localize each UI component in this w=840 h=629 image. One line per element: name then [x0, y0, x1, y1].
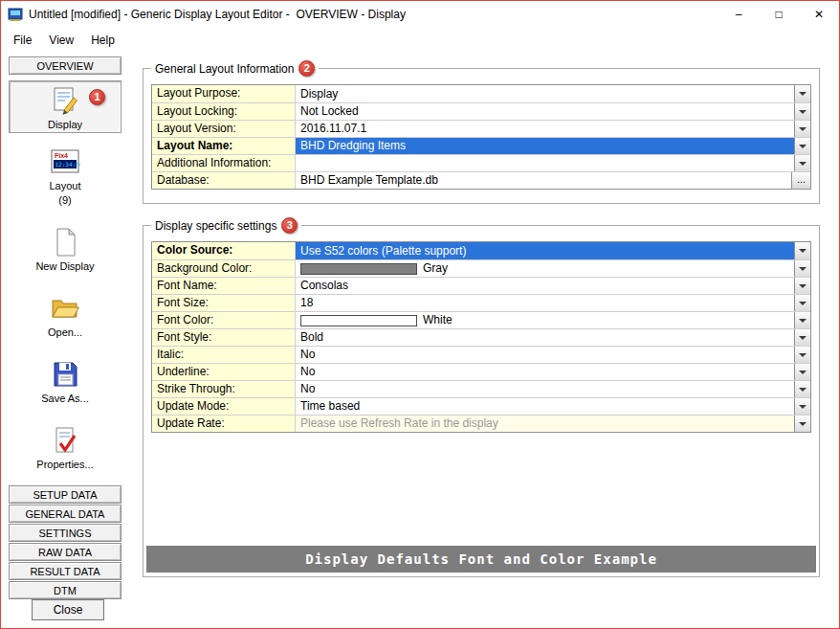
dropdown-button[interactable] — [794, 381, 810, 397]
close-button[interactable]: Close — [32, 599, 104, 620]
menu-view[interactable]: View — [40, 31, 82, 50]
form-row-layout-locking: Layout Locking: Not Locked — [152, 102, 810, 120]
main-panel: General Layout Information 2 Layout Purp… — [135, 53, 839, 628]
svg-text:Fix4: Fix4 — [55, 152, 68, 159]
tool-label: New Display — [35, 260, 94, 272]
dropdown-button[interactable] — [794, 103, 810, 120]
minimize-button[interactable]: – — [718, 1, 759, 28]
dropdown-button[interactable] — [794, 121, 810, 137]
app-icon — [8, 7, 23, 22]
field-label: Font Style: — [152, 329, 296, 346]
color-source-select[interactable]: Use S52 colors (Palette support) — [296, 242, 794, 259]
database-input[interactable]: BHD Example Template.db — [296, 172, 791, 189]
sidebar-section-raw-data[interactable]: RAW DATA — [9, 543, 122, 561]
properties-check-icon — [50, 425, 80, 456]
field-label: Font Name: — [152, 278, 296, 294]
svg-text:12:34:56: 12:34:56 — [55, 161, 81, 168]
form-row-update-rate: Update Rate: Please use Refresh Rate in … — [152, 415, 810, 432]
save-icon — [50, 359, 80, 390]
italic-select[interactable]: No — [296, 347, 794, 363]
dropdown-button[interactable] — [794, 260, 810, 277]
dropdown-button[interactable] — [794, 242, 810, 259]
strike-through-select[interactable]: No — [296, 381, 794, 397]
update-mode-select[interactable]: Time based — [296, 398, 794, 415]
sidebar-header-overview[interactable]: OVERVIEW — [9, 56, 122, 75]
background-color-swatch — [300, 263, 417, 275]
sidebar-sections: SETUP DATA GENERAL DATA SETTINGS RAW DAT… — [9, 485, 122, 599]
layout-name-input[interactable]: BHD Dredging Items — [296, 138, 794, 154]
form-row-color-source: Color Source: Use S52 colors (Palette su… — [152, 242, 810, 259]
tool-label: Properties... — [36, 459, 93, 470]
background-color-select[interactable]: Gray — [296, 260, 794, 277]
chevron-down-icon — [799, 267, 807, 271]
menu-file[interactable]: File — [5, 31, 40, 50]
sidebar-tool-layout[interactable]: Fix412:34:56 Layout (9) — [9, 143, 122, 208]
form-row-layout-purpose: Layout Purpose: Display — [152, 85, 810, 102]
display-settings-groupbox: Display specific settings 3 Color Source… — [143, 225, 820, 577]
form-row-update-mode: Update Mode: Time based — [152, 397, 810, 415]
app-window: Untitled [modified] - Generic Display La… — [0, 0, 840, 629]
sidebar-tool-properties[interactable]: Properties... — [9, 421, 122, 472]
window-title: Untitled [modified] - Generic Display La… — [29, 8, 718, 21]
layout-purpose-select[interactable]: Display — [296, 85, 794, 102]
field-label: Font Color: — [152, 312, 296, 328]
dropdown-button[interactable] — [794, 155, 810, 171]
chevron-down-icon — [799, 319, 807, 323]
field-label: Additional Information: — [152, 155, 296, 171]
field-label: Update Rate: — [152, 416, 296, 432]
tool-sublabel: (9) — [58, 194, 71, 206]
dropdown-button[interactable] — [794, 329, 810, 346]
dropdown-button[interactable] — [794, 347, 810, 363]
dropdown-button[interactable] — [794, 85, 810, 102]
general-layout-groupbox: General Layout Information 2 Layout Purp… — [143, 68, 820, 204]
dropdown-button[interactable] — [794, 278, 810, 294]
dropdown-button[interactable] — [794, 312, 810, 328]
menu-bar: File View Help — [1, 28, 839, 53]
tool-label: Layout — [49, 180, 80, 191]
dropdown-button[interactable] — [794, 416, 810, 432]
layout-fix-icon: Fix412:34:56 — [50, 146, 80, 177]
font-color-select[interactable]: White — [296, 312, 794, 328]
font-size-select[interactable]: 18 — [296, 295, 794, 311]
form-row-background-color: Background Color: Gray — [152, 259, 810, 277]
menu-help[interactable]: Help — [82, 31, 123, 50]
dropdown-button[interactable] — [794, 364, 810, 380]
new-display-icon — [50, 227, 80, 258]
form-row-italic: Italic: No — [152, 346, 810, 363]
tool-label: Open... — [48, 326, 82, 338]
sidebar-section-general-data[interactable]: GENERAL DATA — [9, 505, 122, 523]
open-folder-icon — [50, 293, 80, 324]
browse-button[interactable]: ... — [791, 172, 810, 189]
sidebar-tool-new-display[interactable]: New Display — [9, 223, 122, 274]
title-bar: Untitled [modified] - Generic Display La… — [1, 1, 839, 28]
field-label: Layout Purpose: — [152, 85, 296, 102]
form-row-database: Database: BHD Example Template.db ... — [152, 171, 810, 189]
field-label: Font Size: — [152, 295, 296, 311]
chevron-down-icon — [799, 249, 807, 253]
sidebar-tool-save-as[interactable]: Save As... — [9, 355, 122, 406]
dropdown-button[interactable] — [794, 138, 810, 154]
font-color-preview: Display Defaults Font and Color Example — [146, 546, 816, 573]
field-label: Database: — [152, 172, 296, 189]
sidebar-tool-open[interactable]: Open... — [9, 289, 122, 340]
maximize-button[interactable]: □ — [759, 1, 799, 28]
display-edit-icon — [50, 85, 80, 116]
font-name-select[interactable]: Consolas — [296, 278, 794, 294]
underline-select[interactable]: No — [296, 364, 794, 380]
annotation-badge-2: 2 — [298, 60, 315, 77]
dropdown-button[interactable] — [794, 295, 810, 311]
form-row-font-size: Font Size: 18 — [152, 294, 810, 311]
font-style-select[interactable]: Bold — [296, 329, 794, 346]
sidebar-section-dtm[interactable]: DTM — [9, 581, 122, 599]
layout-locking-select[interactable]: Not Locked — [296, 103, 794, 120]
sidebar-section-setup-data[interactable]: SETUP DATA — [9, 485, 122, 504]
dropdown-button[interactable] — [794, 398, 810, 415]
close-window-button[interactable]: ✕ — [799, 1, 839, 28]
sidebar-section-settings[interactable]: SETTINGS — [9, 524, 122, 542]
chevron-down-icon — [799, 302, 807, 305]
layout-version-select[interactable]: 2016.11.07.1 — [296, 121, 794, 137]
additional-information-input[interactable] — [296, 155, 794, 171]
sidebar-section-result-data[interactable]: RESULT DATA — [9, 562, 122, 580]
sidebar-tool-display[interactable]: 1 Display — [9, 80, 122, 133]
chevron-down-icon — [799, 110, 807, 114]
